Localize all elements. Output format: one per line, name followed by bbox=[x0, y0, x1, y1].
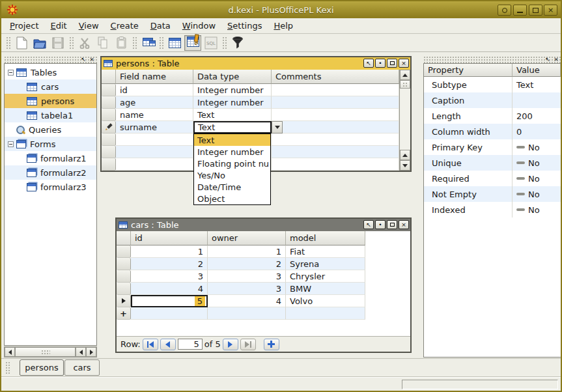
menu-data[interactable]: Data bbox=[145, 18, 176, 33]
property-row-required[interactable]: Required No bbox=[424, 171, 561, 186]
undock-icon[interactable]: ↖ bbox=[544, 56, 551, 63]
table-row-current[interactable]: 5 4 Volvo bbox=[117, 295, 410, 307]
column-header-comments[interactable]: Comments bbox=[272, 70, 399, 84]
last-row-button[interactable] bbox=[240, 339, 256, 350]
open-project-button[interactable] bbox=[31, 35, 48, 51]
tree-item-formularz1[interactable]: formularz1 bbox=[5, 151, 96, 165]
toolbar-handle[interactable] bbox=[222, 36, 227, 49]
property-row-length[interactable]: Length 200 bbox=[424, 108, 561, 124]
row-header[interactable] bbox=[102, 133, 116, 146]
undock-button[interactable]: ↖ bbox=[363, 59, 374, 68]
row-header[interactable] bbox=[117, 270, 131, 283]
row-header[interactable] bbox=[117, 283, 131, 295]
undock-icon[interactable]: ↖ bbox=[80, 56, 87, 63]
tabbar-handle[interactable] bbox=[5, 361, 10, 374]
minimize-button[interactable] bbox=[513, 5, 527, 16]
table-row[interactable]: 3 3 Chrysler bbox=[117, 270, 410, 283]
first-row-button[interactable] bbox=[143, 339, 158, 350]
new-row-button[interactable] bbox=[264, 339, 279, 350]
dropdown-item-datetime[interactable]: Date/Time bbox=[194, 181, 270, 193]
tree-item-persons[interactable]: persons bbox=[5, 94, 96, 108]
column-header-id[interactable]: id bbox=[131, 231, 208, 245]
row-header[interactable] bbox=[102, 96, 116, 109]
scroll-left-button[interactable] bbox=[76, 347, 86, 357]
cars-window-titlebar[interactable]: cars : Table ↖ • × bbox=[117, 219, 410, 231]
tree-item-cars[interactable]: cars bbox=[5, 79, 96, 94]
row-header-editing[interactable] bbox=[102, 121, 116, 133]
undock-button[interactable]: ↖ bbox=[363, 220, 374, 229]
row-number-input[interactable]: 5 bbox=[178, 339, 203, 350]
column-header-owner[interactable]: owner bbox=[208, 231, 286, 245]
maximize-button[interactable] bbox=[387, 59, 397, 68]
shade-button[interactable] bbox=[498, 5, 511, 16]
combobox-dropdown-button[interactable] bbox=[272, 121, 283, 133]
window-titlebar[interactable]: d.kexi - PlusOfficePL Kexi × bbox=[1, 1, 561, 18]
dropdown-item-integer[interactable]: Integer number bbox=[194, 146, 270, 158]
navigator-dock-handle[interactable]: ↖ × bbox=[4, 56, 97, 63]
tree-item-tables[interactable]: Tables bbox=[5, 65, 96, 79]
scroll-up-button[interactable] bbox=[400, 70, 410, 80]
data-type-combobox[interactable]: Text bbox=[193, 121, 283, 133]
close-button[interactable]: × bbox=[544, 5, 557, 16]
toolbar-handle[interactable] bbox=[69, 36, 74, 49]
column-header-model[interactable]: model bbox=[286, 231, 365, 245]
column-header-value[interactable]: Value bbox=[513, 64, 561, 77]
field-row-age[interactable]: age Integer number bbox=[102, 96, 399, 109]
toolbar-handle[interactable] bbox=[6, 36, 10, 49]
collapse-icon[interactable] bbox=[8, 70, 14, 76]
tree-item-queries[interactable]: Queries bbox=[5, 122, 96, 137]
row-header[interactable] bbox=[102, 158, 116, 171]
property-row-column-width[interactable]: Column width 0 bbox=[424, 124, 561, 139]
dropdown-item-text[interactable]: Text bbox=[194, 134, 270, 146]
persons-vertical-scrollbar[interactable] bbox=[399, 70, 410, 171]
menu-create[interactable]: Create bbox=[105, 18, 145, 33]
tree-item-forms[interactable]: Forms bbox=[5, 137, 96, 151]
combobox-value[interactable]: Text bbox=[193, 121, 272, 133]
property-dock-handle[interactable]: ↖ × bbox=[423, 56, 561, 63]
dropdown-item-object[interactable]: Object bbox=[194, 193, 270, 204]
minimize-button[interactable]: • bbox=[375, 59, 386, 68]
new-object-button[interactable] bbox=[13, 35, 30, 51]
column-header-property[interactable]: Property bbox=[424, 64, 513, 77]
current-row-marker[interactable] bbox=[117, 295, 131, 307]
menu-edit[interactable]: Edit bbox=[45, 18, 73, 33]
menu-help[interactable]: Help bbox=[268, 18, 299, 33]
previous-row-button[interactable] bbox=[160, 339, 176, 350]
row-header[interactable] bbox=[117, 258, 131, 270]
field-row-name[interactable]: name Text bbox=[102, 109, 399, 121]
close-button[interactable]: × bbox=[399, 59, 409, 68]
maximize-button[interactable] bbox=[387, 220, 397, 229]
scroll-down-button[interactable] bbox=[400, 160, 410, 171]
property-row-primary-key[interactable]: Primary Key No bbox=[424, 139, 561, 155]
close-button[interactable]: × bbox=[399, 220, 409, 229]
column-header-field-name[interactable]: Field name bbox=[116, 70, 193, 84]
tree-item-formularz2[interactable]: formularz2 bbox=[5, 165, 96, 180]
scroll-right-button[interactable] bbox=[86, 347, 96, 357]
current-cell[interactable]: 5 bbox=[131, 295, 208, 307]
field-row-id[interactable]: id Integer number bbox=[102, 84, 399, 96]
toolbar-handle[interactable] bbox=[159, 36, 163, 49]
dropdown-item-float[interactable]: Floating point nu bbox=[194, 158, 270, 169]
table-designer-button[interactable] bbox=[139, 35, 156, 51]
menu-settings[interactable]: Settings bbox=[221, 18, 268, 33]
dropdown-item-yesno[interactable]: Yes/No bbox=[194, 169, 270, 181]
property-row-not-empty[interactable]: Not Empty No bbox=[424, 186, 561, 202]
property-row-unique[interactable]: Unique No bbox=[424, 155, 561, 171]
filter-button[interactable] bbox=[229, 35, 246, 51]
field-row-surname[interactable]: surname Text bbox=[102, 121, 399, 133]
next-row-button[interactable] bbox=[223, 339, 238, 350]
tab-cars[interactable]: cars bbox=[64, 359, 100, 376]
cut-button[interactable] bbox=[76, 35, 93, 51]
table-row[interactable]: 1 1 Fiat bbox=[117, 245, 410, 258]
minimize-button[interactable]: • bbox=[375, 220, 386, 229]
column-header-data-type[interactable]: Data type bbox=[193, 70, 272, 84]
tree-item-formularz3[interactable]: formularz3 bbox=[5, 180, 96, 194]
persons-window-titlebar[interactable]: persons : Table ↖ • × bbox=[102, 57, 410, 70]
copy-button[interactable] bbox=[94, 35, 111, 51]
save-button[interactable] bbox=[49, 35, 66, 51]
menu-project[interactable]: Project bbox=[4, 18, 45, 33]
scrollbar-thumb[interactable] bbox=[15, 347, 76, 357]
paste-button[interactable] bbox=[113, 35, 130, 51]
property-row-subtype[interactable]: Subtype Text bbox=[424, 77, 561, 92]
collapse-icon[interactable] bbox=[8, 141, 14, 147]
